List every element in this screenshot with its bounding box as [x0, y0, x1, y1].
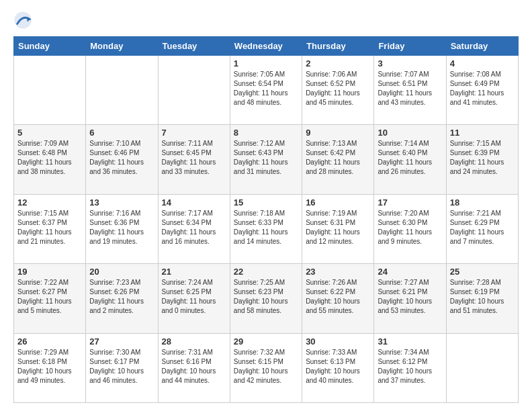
day-cell: 5Sunrise: 7:09 AM Sunset: 6:48 PM Daylig…	[14, 125, 86, 194]
day-number: 28	[162, 336, 226, 347]
day-info: Sunrise: 7:16 AM Sunset: 6:36 PM Dayligh…	[89, 209, 154, 246]
day-number: 12	[17, 197, 82, 208]
day-cell: 10Sunrise: 7:14 AM Sunset: 6:40 PM Dayli…	[374, 125, 446, 194]
day-header-friday: Friday	[374, 37, 446, 56]
day-info: Sunrise: 7:06 AM Sunset: 6:52 PM Dayligh…	[306, 70, 370, 107]
header	[13, 11, 519, 30]
day-number: 24	[378, 267, 442, 277]
day-number: 31	[378, 336, 442, 347]
week-row-2: 5Sunrise: 7:09 AM Sunset: 6:48 PM Daylig…	[14, 125, 519, 194]
day-info: Sunrise: 7:22 AM Sunset: 6:27 PM Dayligh…	[17, 278, 82, 316]
day-number: 26	[17, 336, 82, 347]
page: SundayMondayTuesdayWednesdayThursdayFrid…	[0, 0, 532, 411]
day-cell: 11Sunrise: 7:15 AM Sunset: 6:39 PM Dayli…	[446, 125, 518, 194]
day-number: 3	[378, 58, 442, 68]
day-number: 25	[450, 267, 515, 277]
day-info: Sunrise: 7:28 AM Sunset: 6:19 PM Dayligh…	[450, 278, 515, 316]
day-cell: 14Sunrise: 7:17 AM Sunset: 6:34 PM Dayli…	[158, 194, 230, 263]
day-number: 16	[306, 197, 370, 208]
day-cell: 2Sunrise: 7:06 AM Sunset: 6:52 PM Daylig…	[302, 56, 374, 125]
day-info: Sunrise: 7:20 AM Sunset: 6:30 PM Dayligh…	[378, 209, 442, 246]
day-header-thursday: Thursday	[302, 37, 374, 56]
day-cell: 17Sunrise: 7:20 AM Sunset: 6:30 PM Dayli…	[374, 194, 446, 263]
day-info: Sunrise: 7:12 AM Sunset: 6:43 PM Dayligh…	[234, 139, 298, 177]
day-info: Sunrise: 7:34 AM Sunset: 6:12 PM Dayligh…	[378, 348, 442, 385]
logo	[13, 11, 35, 30]
day-info: Sunrise: 7:08 AM Sunset: 6:49 PM Dayligh…	[450, 70, 515, 107]
day-number: 9	[306, 128, 370, 138]
logo-icon	[13, 11, 32, 30]
day-info: Sunrise: 7:18 AM Sunset: 6:33 PM Dayligh…	[234, 209, 298, 246]
day-info: Sunrise: 7:11 AM Sunset: 6:45 PM Dayligh…	[162, 139, 226, 177]
day-number: 10	[378, 128, 442, 138]
day-info: Sunrise: 7:27 AM Sunset: 6:21 PM Dayligh…	[378, 278, 442, 316]
day-info: Sunrise: 7:21 AM Sunset: 6:29 PM Dayligh…	[450, 209, 515, 246]
day-cell: 19Sunrise: 7:22 AM Sunset: 6:27 PM Dayli…	[14, 264, 86, 333]
day-cell: 31Sunrise: 7:34 AM Sunset: 6:12 PM Dayli…	[374, 333, 446, 402]
day-cell: 29Sunrise: 7:32 AM Sunset: 6:15 PM Dayli…	[230, 333, 302, 402]
day-info: Sunrise: 7:14 AM Sunset: 6:40 PM Dayligh…	[378, 139, 442, 177]
day-info: Sunrise: 7:24 AM Sunset: 6:25 PM Dayligh…	[162, 278, 226, 316]
day-info: Sunrise: 7:13 AM Sunset: 6:42 PM Dayligh…	[306, 139, 370, 177]
day-info: Sunrise: 7:31 AM Sunset: 6:16 PM Dayligh…	[162, 348, 226, 385]
day-cell: 7Sunrise: 7:11 AM Sunset: 6:45 PM Daylig…	[158, 125, 230, 194]
day-header-monday: Monday	[86, 37, 158, 56]
week-row-4: 19Sunrise: 7:22 AM Sunset: 6:27 PM Dayli…	[14, 264, 519, 333]
week-row-3: 12Sunrise: 7:15 AM Sunset: 6:37 PM Dayli…	[14, 194, 519, 263]
day-number: 18	[450, 197, 515, 208]
days-header-row: SundayMondayTuesdayWednesdayThursdayFrid…	[14, 37, 519, 56]
day-cell: 23Sunrise: 7:26 AM Sunset: 6:22 PM Dayli…	[302, 264, 374, 333]
calendar-table: SundayMondayTuesdayWednesdayThursdayFrid…	[13, 36, 519, 403]
day-number: 7	[162, 128, 226, 138]
day-info: Sunrise: 7:19 AM Sunset: 6:31 PM Dayligh…	[306, 209, 370, 246]
day-cell: 26Sunrise: 7:29 AM Sunset: 6:18 PM Dayli…	[14, 333, 86, 402]
day-number: 27	[89, 336, 154, 347]
day-info: Sunrise: 7:15 AM Sunset: 6:37 PM Dayligh…	[17, 209, 82, 246]
day-info: Sunrise: 7:09 AM Sunset: 6:48 PM Dayligh…	[17, 139, 82, 177]
week-row-5: 26Sunrise: 7:29 AM Sunset: 6:18 PM Dayli…	[14, 333, 519, 402]
day-cell: 27Sunrise: 7:30 AM Sunset: 6:17 PM Dayli…	[86, 333, 158, 402]
day-info: Sunrise: 7:29 AM Sunset: 6:18 PM Dayligh…	[17, 348, 82, 385]
day-number: 19	[17, 267, 82, 277]
day-cell: 24Sunrise: 7:27 AM Sunset: 6:21 PM Dayli…	[374, 264, 446, 333]
day-info: Sunrise: 7:32 AM Sunset: 6:15 PM Dayligh…	[234, 348, 298, 385]
day-cell: 6Sunrise: 7:10 AM Sunset: 6:46 PM Daylig…	[86, 125, 158, 194]
day-cell	[446, 333, 518, 402]
day-number: 14	[162, 197, 226, 208]
day-cell	[86, 56, 158, 125]
day-cell: 9Sunrise: 7:13 AM Sunset: 6:42 PM Daylig…	[302, 125, 374, 194]
day-number: 15	[234, 197, 298, 208]
day-cell: 8Sunrise: 7:12 AM Sunset: 6:43 PM Daylig…	[230, 125, 302, 194]
day-cell: 28Sunrise: 7:31 AM Sunset: 6:16 PM Dayli…	[158, 333, 230, 402]
day-cell: 3Sunrise: 7:07 AM Sunset: 6:51 PM Daylig…	[374, 56, 446, 125]
day-number: 5	[17, 128, 82, 138]
day-cell	[158, 56, 230, 125]
day-cell: 12Sunrise: 7:15 AM Sunset: 6:37 PM Dayli…	[14, 194, 86, 263]
day-cell: 15Sunrise: 7:18 AM Sunset: 6:33 PM Dayli…	[230, 194, 302, 263]
day-number: 6	[89, 128, 154, 138]
day-info: Sunrise: 7:17 AM Sunset: 6:34 PM Dayligh…	[162, 209, 226, 246]
day-number: 22	[234, 267, 298, 277]
day-cell: 25Sunrise: 7:28 AM Sunset: 6:19 PM Dayli…	[446, 264, 518, 333]
day-header-saturday: Saturday	[446, 37, 518, 56]
day-number: 17	[378, 197, 442, 208]
day-cell: 1Sunrise: 7:05 AM Sunset: 6:54 PM Daylig…	[230, 56, 302, 125]
day-cell	[14, 56, 86, 125]
day-cell: 16Sunrise: 7:19 AM Sunset: 6:31 PM Dayli…	[302, 194, 374, 263]
day-cell: 22Sunrise: 7:25 AM Sunset: 6:23 PM Dayli…	[230, 264, 302, 333]
day-number: 1	[234, 58, 298, 68]
day-info: Sunrise: 7:07 AM Sunset: 6:51 PM Dayligh…	[378, 70, 442, 107]
day-number: 2	[306, 58, 370, 68]
day-info: Sunrise: 7:15 AM Sunset: 6:39 PM Dayligh…	[450, 139, 515, 177]
day-number: 29	[234, 336, 298, 347]
day-cell: 30Sunrise: 7:33 AM Sunset: 6:13 PM Dayli…	[302, 333, 374, 402]
day-cell: 18Sunrise: 7:21 AM Sunset: 6:29 PM Dayli…	[446, 194, 518, 263]
day-cell: 20Sunrise: 7:23 AM Sunset: 6:26 PM Dayli…	[86, 264, 158, 333]
day-cell: 13Sunrise: 7:16 AM Sunset: 6:36 PM Dayli…	[86, 194, 158, 263]
day-info: Sunrise: 7:33 AM Sunset: 6:13 PM Dayligh…	[306, 348, 370, 385]
day-cell: 4Sunrise: 7:08 AM Sunset: 6:49 PM Daylig…	[446, 56, 518, 125]
day-number: 4	[450, 58, 515, 68]
day-info: Sunrise: 7:05 AM Sunset: 6:54 PM Dayligh…	[234, 70, 298, 107]
day-number: 30	[306, 336, 370, 347]
day-header-wednesday: Wednesday	[230, 37, 302, 56]
